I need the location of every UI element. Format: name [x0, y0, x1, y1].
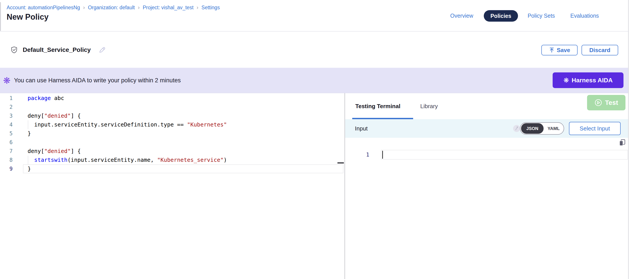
line-number: 2: [0, 103, 22, 112]
code-line[interactable]: 4 input.serviceEntity.serviceDefinition.…: [0, 120, 344, 129]
format-toggle-yaml[interactable]: YAML: [544, 126, 564, 131]
format-toggle: JSON YAML: [520, 122, 564, 135]
input-current-line[interactable]: [381, 150, 628, 160]
policy-name: Default_Service_Policy: [23, 46, 91, 54]
code-line[interactable]: 8 startswith(input.serviceEntity.name, "…: [0, 156, 344, 164]
overview-ruler-cursor-marker: [338, 162, 344, 164]
aida-button-label: Harness AIDA: [572, 77, 613, 84]
line-number: 9: [0, 164, 22, 173]
page-edge-divider: [0, 2, 1, 31]
main-area: 1package abc23deny["denied"] {4 input.se…: [0, 93, 628, 279]
nav-item-policies[interactable]: Policies: [484, 10, 518, 22]
code-lines: 1package abc23deny["denied"] {4 input.se…: [0, 94, 344, 173]
format-toggle-json[interactable]: JSON: [521, 123, 544, 134]
line-number: 5: [0, 129, 22, 138]
policy-editor-page: Account: automationPipelinesNg › Organiz…: [0, 0, 644, 279]
input-line-number: 1: [363, 150, 372, 160]
code-text: deny["denied"] {: [22, 147, 81, 156]
save-button-label: Save: [557, 47, 570, 54]
line-number: 8: [0, 156, 22, 164]
breadcrumb-project[interactable]: Project: vishal_av_test: [143, 5, 194, 10]
test-button[interactable]: Test: [587, 95, 626, 110]
line-number: 1: [0, 94, 22, 103]
page-right-divider: [628, 0, 629, 279]
text-cursor: [382, 151, 383, 159]
code-line[interactable]: 2: [0, 103, 344, 112]
input-label: Input: [355, 119, 368, 138]
line-number: 3: [0, 112, 22, 120]
breadcrumb-settings[interactable]: Settings: [202, 5, 220, 10]
aida-button-flower-icon: ❋: [564, 77, 569, 84]
code-text: package abc: [22, 94, 64, 103]
select-input-label: Select Input: [580, 125, 610, 132]
line-number: 4: [0, 120, 22, 129]
line-number: 7: [0, 147, 22, 156]
breadcrumb-organization[interactable]: Organization: default: [88, 5, 135, 10]
testing-panel: Testing Terminal Library Test Input: [345, 93, 628, 279]
breadcrumb-separator: ›: [83, 4, 85, 10]
code-line[interactable]: 3deny["denied"] {: [0, 112, 344, 120]
code-text: [22, 138, 28, 147]
policy-name-group: Default_Service_Policy: [10, 32, 106, 68]
code-line[interactable]: 1package abc: [0, 94, 344, 103]
test-input-editor[interactable]: 1: [345, 138, 628, 279]
code-line[interactable]: 5}: [0, 129, 344, 138]
code-line[interactable]: 7deny["denied"] {: [0, 147, 344, 156]
code-text: }: [22, 129, 31, 138]
copy-icon[interactable]: [618, 138, 626, 146]
breadcrumb-separator: ›: [138, 4, 140, 10]
line-number: 6: [0, 138, 22, 147]
input-header-bar: Input JSON YAML Select Input: [345, 119, 628, 138]
header-actions: Save Discard: [541, 45, 618, 56]
policy-code-editor[interactable]: 1package abc23deny["denied"] {4 input.se…: [0, 93, 344, 279]
top-nav: Overview Policies Policy Sets Evaluation…: [450, 0, 599, 32]
shield-check-icon: [10, 46, 18, 54]
policy-toolbar: Default_Service_Policy Save Discard: [0, 32, 628, 68]
code-text: input.serviceEntity.serviceDefinition.ty…: [22, 120, 227, 129]
page-title: New Policy: [6, 12, 48, 22]
breadcrumb: Account: automationPipelinesNg › Organiz…: [6, 4, 220, 10]
upload-icon: [549, 47, 554, 53]
code-text: [22, 103, 28, 112]
select-input-button[interactable]: Select Input: [569, 122, 620, 135]
play-icon: [594, 99, 602, 106]
discard-button[interactable]: Discard: [582, 45, 618, 56]
page-header: Account: automationPipelinesNg › Organiz…: [0, 0, 628, 32]
current-line-highlight: [23, 164, 344, 173]
indent-guide: [28, 120, 28, 129]
breadcrumb-separator: ›: [197, 4, 198, 10]
aida-banner-message-group: ❋ You can use Harness AIDA to write your…: [3, 68, 181, 93]
code-text: deny["denied"] {: [22, 112, 81, 120]
expand-input-icon: [513, 125, 520, 132]
aida-banner-message: You can use Harness AIDA to write your p…: [14, 77, 181, 84]
tab-library[interactable]: Library: [420, 103, 438, 110]
edit-pencil-icon[interactable]: [99, 46, 106, 54]
aida-banner: ❋ You can use Harness AIDA to write your…: [0, 68, 628, 93]
save-button[interactable]: Save: [541, 45, 578, 56]
breadcrumb-account[interactable]: Account: automationPipelinesNg: [6, 5, 80, 10]
code-text: startswith(input.serviceEntity.name, "Ku…: [22, 156, 227, 164]
harness-aida-button[interactable]: ❋ Harness AIDA: [553, 72, 624, 88]
aida-flower-icon: ❋: [3, 76, 10, 85]
nav-item-evaluations[interactable]: Evaluations: [570, 12, 599, 19]
terminal-tabs: Testing Terminal Library: [345, 93, 628, 119]
discard-button-label: Discard: [589, 47, 610, 54]
tab-testing-terminal[interactable]: Testing Terminal: [355, 103, 400, 110]
indent-guide: [28, 156, 28, 164]
nav-item-policy-sets[interactable]: Policy Sets: [528, 12, 555, 19]
nav-item-overview[interactable]: Overview: [450, 12, 473, 19]
code-line[interactable]: 6: [0, 138, 344, 147]
test-button-label: Test: [605, 99, 618, 106]
